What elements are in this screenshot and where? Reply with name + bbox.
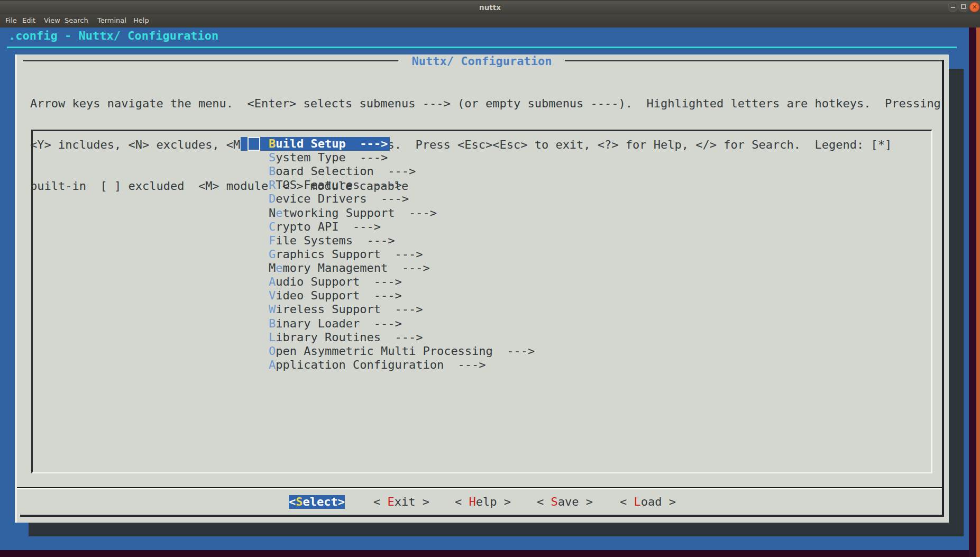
item-label-rest: mory Management ---> — [283, 261, 430, 275]
hotkey-letter: E — [388, 495, 395, 508]
menu-file[interactable]: File — [5, 16, 17, 24]
selected-item-text: Build Setup ---> — [260, 137, 390, 151]
help-button[interactable]: < Help > — [455, 495, 511, 509]
desktop-strip-bottom — [0, 550, 969, 557]
dialog-shadow-right — [949, 69, 964, 536]
desktop-strip-orange — [976, 28, 980, 557]
hotkey-letter: A — [269, 358, 276, 371]
load-button[interactable]: < Load > — [620, 495, 676, 509]
cursor-hollow-box — [248, 137, 260, 151]
hotkey-letter: S — [296, 495, 303, 508]
hotkey-letter: e — [276, 206, 282, 220]
menu-item-rtos-features[interactable]: RTOS Features ---> — [269, 178, 402, 192]
menu-item-binary-loader[interactable]: Binary Loader ---> — [269, 317, 402, 331]
menu-item-networking-support[interactable]: Networking Support ---> — [269, 206, 437, 220]
hotkey-letter: B — [269, 317, 276, 330]
minimize-icon — [951, 7, 955, 8]
menu-item-file-systems[interactable]: File Systems ---> — [269, 234, 395, 248]
menu-view[interactable]: View — [44, 16, 60, 24]
item-label-rest: ystem Type ---> — [276, 151, 388, 164]
desktop-strip-purple — [969, 28, 976, 557]
minimize-button[interactable] — [948, 2, 958, 12]
menu-item-build-setup[interactable]: Build Setup ---> — [241, 137, 390, 151]
dialog-border-left — [15, 54, 17, 523]
hotkey-letter: O — [269, 344, 276, 358]
maximize-button[interactable] — [958, 2, 968, 12]
menu-item-audio-support[interactable]: Audio Support ---> — [269, 275, 402, 289]
hotkey-letter: L — [269, 331, 276, 344]
item-label-rest: tworking Support ---> — [283, 206, 437, 220]
menu-search[interactable]: Search — [65, 16, 88, 24]
menu-item-graphics-support[interactable]: Graphics Support ---> — [269, 248, 423, 261]
menu-item-open-asymmetric-multi-processing[interactable]: Open Asymmetric Multi Processing ---> — [269, 344, 535, 358]
menu-item-wireless-support[interactable]: Wireless Support ---> — [269, 303, 423, 316]
item-label-rest: oard Selection ---> — [276, 165, 416, 178]
item-label-rest: ireless Support ---> — [276, 303, 423, 316]
menu-item-video-support[interactable]: Video Support ---> — [269, 289, 402, 303]
menu-item-memory-management[interactable]: Memory Management ---> — [269, 261, 430, 275]
config-dialog: Nuttx/ Configuration Arrow keys navigate… — [15, 54, 949, 523]
hotkey-letter: V — [269, 289, 276, 302]
menu-item-application-configuration[interactable]: Application Configuration ---> — [269, 358, 486, 372]
window-title: nuttx — [0, 3, 980, 12]
hotkey-letter: C — [269, 220, 276, 233]
backtitle-separator-line — [7, 47, 957, 48]
hotkey-letter: W — [269, 303, 276, 316]
hotkey-letter: D — [269, 192, 276, 205]
hotkey-letter: L — [634, 495, 641, 508]
hotkey-letter: e — [276, 261, 282, 275]
exit-button[interactable]: < Exit > — [373, 495, 429, 509]
hotkey-letter: R — [269, 178, 276, 191]
item-label-rest: ibrary Routines ---> — [276, 331, 423, 344]
maximize-icon — [961, 4, 966, 9]
hotkey-letter: F — [269, 234, 276, 247]
item-label: N — [269, 206, 276, 220]
item-label-rest: ile Systems ---> — [276, 234, 395, 247]
item-label-rest: evice Drivers ---> — [276, 192, 409, 205]
hotkey-letter: B — [269, 137, 276, 150]
instructions-line-1: Arrow keys navigate the menu. <Enter> se… — [30, 97, 941, 111]
close-icon: ✕ — [970, 3, 979, 12]
item-label-rest: raphics Support ---> — [276, 248, 423, 261]
menu-item-crypto-api[interactable]: Crypto API ---> — [269, 220, 381, 234]
terminal-screen[interactable]: .config - Nuttx/ Configuration Nuttx/ Co… — [0, 28, 969, 550]
menu-edit[interactable]: Edit — [22, 16, 35, 24]
hotkey-letter: S — [551, 495, 558, 508]
item-label: M — [269, 261, 276, 275]
hotkey-letter: S — [269, 151, 276, 164]
save-button[interactable]: < Save > — [537, 495, 593, 509]
hotkey-letter: G — [269, 248, 276, 261]
dialog-border-bottom — [20, 515, 944, 517]
backtitle: .config - Nuttx/ Configuration — [8, 29, 218, 43]
hotkey-letter: A — [269, 275, 276, 288]
menu-item-system-type[interactable]: System Type ---> — [269, 151, 388, 165]
hotkey-letter: B — [269, 165, 276, 178]
dialog-border-right — [942, 60, 944, 517]
select-button[interactable]: <Select> — [289, 495, 345, 509]
menu-terminal[interactable]: Terminal — [97, 16, 126, 24]
item-label-rest: pen Asymmetric Multi Processing ---> — [276, 344, 535, 358]
close-button[interactable]: ✕ — [969, 2, 979, 12]
item-label-rest: pplication Configuration ---> — [276, 358, 486, 371]
menu-item-library-routines[interactable]: Library Routines ---> — [269, 331, 423, 344]
button-separator-highlight — [17, 488, 942, 489]
item-label-rest: udio Support ---> — [276, 275, 401, 288]
item-label-rest: ideo Support ---> — [276, 289, 401, 302]
item-label-rest: TOS Features ---> — [276, 178, 401, 191]
menubar: File Edit View Search Terminal Help — [0, 14, 980, 28]
menu-help[interactable]: Help — [133, 16, 149, 24]
menu-list-box — [31, 130, 932, 473]
hotkey-letter: H — [469, 495, 476, 508]
item-label-rest: inary Loader ---> — [276, 317, 401, 330]
menu-item-device-drivers[interactable]: Device Drivers ---> — [269, 192, 409, 206]
item-label-rest: uild Setup ---> — [276, 137, 388, 150]
dialog-shadow-bottom — [29, 523, 964, 536]
window-titlebar[interactable]: nuttx ✕ — [0, 0, 980, 14]
item-label-rest: rypto API ---> — [276, 220, 381, 233]
dialog-title: Nuttx/ Configuration — [398, 54, 565, 68]
cursor-block — [241, 137, 248, 151]
menu-item-board-selection[interactable]: Board Selection ---> — [269, 165, 416, 178]
